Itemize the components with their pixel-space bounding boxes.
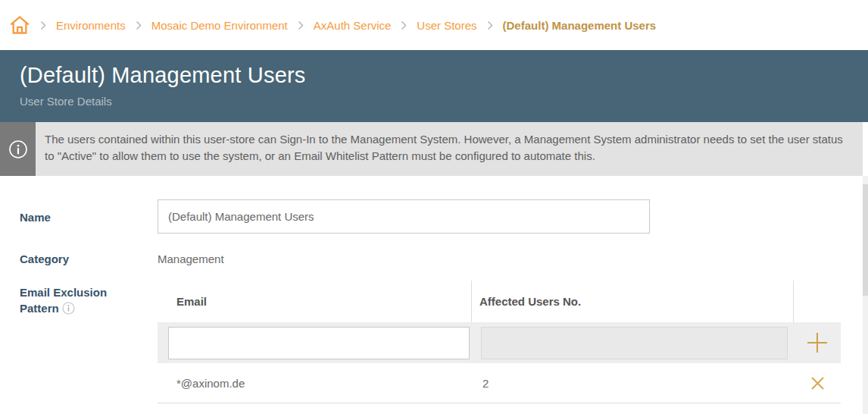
- row-email-value: *@axinom.de: [158, 377, 472, 390]
- info-icon[interactable]: [62, 302, 75, 315]
- chevron-right-icon: [40, 20, 46, 30]
- user-store-details-form: Name Category Management Email Exclusion…: [0, 176, 868, 414]
- row-actions-cell: [794, 375, 841, 391]
- page-title: (Default) Management Users: [20, 63, 868, 88]
- breadcrumb-item-user-stores[interactable]: User Stores: [417, 19, 476, 32]
- name-input[interactable]: [158, 199, 650, 234]
- scrollbar-thumb[interactable]: [863, 184, 868, 296]
- vertical-scrollbar[interactable]: [863, 176, 868, 414]
- close-icon: [810, 375, 826, 391]
- table-add-row: [158, 322, 841, 363]
- name-label: Name: [20, 211, 51, 224]
- email-exclusion-pattern-label: Email Exclusion Pattern: [20, 284, 142, 316]
- breadcrumb-item-environments[interactable]: Environments: [56, 19, 126, 32]
- new-email-pattern-input[interactable]: [168, 327, 470, 359]
- breadcrumb: Environments Mosaic Demo Environment AxA…: [0, 0, 868, 50]
- plus-icon: [805, 331, 829, 355]
- chevron-right-icon: [136, 20, 142, 30]
- email-exclusion-table: Email Affected Users No. *@axinom: [158, 281, 841, 403]
- table-header-row: Email Affected Users No.: [158, 281, 841, 322]
- row-affected-users-value: 2: [472, 377, 794, 390]
- chevron-right-icon: [401, 20, 407, 30]
- add-row-email-cell: [158, 327, 472, 359]
- category-value: Management: [158, 252, 224, 265]
- table-row: *@axinom.de 2: [158, 363, 841, 403]
- affected-users-disabled-input: [481, 327, 788, 359]
- chevron-right-icon: [298, 20, 304, 30]
- page-subtitle: User Store Details: [20, 95, 868, 108]
- breadcrumb-item-current: (Default) Management Users: [503, 19, 657, 32]
- add-row-actions-cell: [794, 331, 841, 355]
- info-banner-text: The users contained within this user-sto…: [36, 122, 863, 176]
- breadcrumb-item-axauth-service[interactable]: AxAuth Service: [314, 19, 392, 32]
- page-header: (Default) Management Users User Store De…: [0, 50, 868, 122]
- chevron-right-icon: [487, 20, 493, 30]
- delete-pattern-button[interactable]: [810, 375, 826, 391]
- category-label: Category: [20, 252, 69, 265]
- breadcrumb-home-link[interactable]: [9, 14, 30, 36]
- breadcrumb-item-mosaic-demo-environment[interactable]: Mosaic Demo Environment: [151, 19, 288, 32]
- add-row-affected-cell: [472, 327, 794, 359]
- info-icon: [8, 140, 28, 159]
- home-icon: [9, 14, 30, 36]
- column-header-actions: [794, 281, 841, 322]
- info-banner: The users contained within this user-sto…: [0, 122, 863, 176]
- column-header-affected-users: Affected Users No.: [472, 281, 794, 322]
- info-banner-icon-box: [0, 122, 36, 176]
- column-header-email: Email: [158, 281, 472, 322]
- add-pattern-button[interactable]: [805, 331, 829, 355]
